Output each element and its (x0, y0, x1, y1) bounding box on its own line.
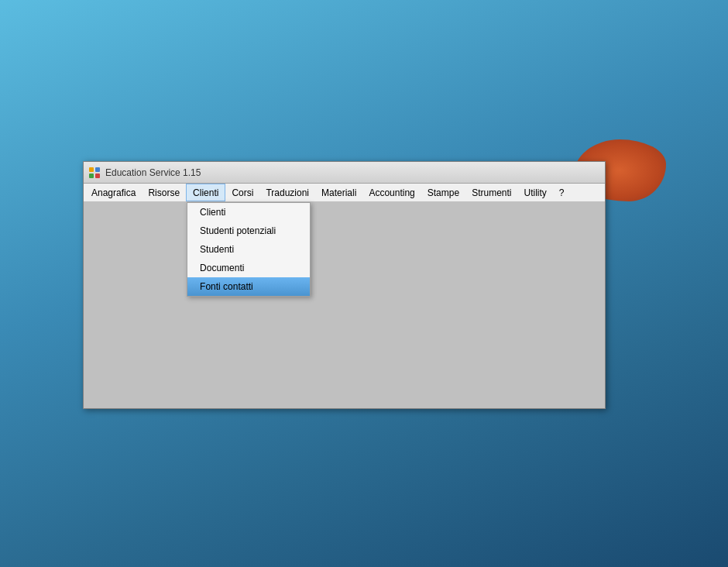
title-bar[interactable]: Education Service 1.15 (84, 162, 605, 184)
dropdown-item-studenti-potenziali[interactable]: Studenti potenziali (187, 222, 310, 240)
menu-item-risorse[interactable]: Risorse (142, 184, 186, 201)
dropdown-item-clienti[interactable]: Clienti (187, 203, 310, 222)
app-window: Education Service 1.15 Anagrafica Risors… (83, 161, 606, 409)
menu-bar: Anagrafica Risorse Clienti Clienti Stude… (84, 184, 605, 202)
window-title: Education Service 1.15 (105, 167, 600, 178)
menu-item-strumenti[interactable]: Strumenti (465, 184, 517, 201)
app-icon (88, 167, 101, 179)
menu-item-help[interactable]: ? (553, 184, 571, 201)
svg-rect-2 (89, 174, 94, 178)
menu-item-materiali[interactable]: Materiali (315, 184, 362, 201)
menu-item-clienti[interactable]: Clienti Clienti Studenti potenziali Stud… (186, 184, 225, 201)
dropdown-item-studenti[interactable]: Studenti (187, 240, 310, 259)
content-area (84, 202, 605, 408)
svg-rect-1 (95, 167, 100, 172)
svg-rect-3 (95, 174, 100, 178)
svg-rect-0 (89, 167, 94, 172)
menu-item-anagrafica[interactable]: Anagrafica (85, 184, 142, 201)
menu-item-accounting[interactable]: Accounting (362, 184, 421, 201)
menu-item-stampe[interactable]: Stampe (421, 184, 465, 201)
dropdown-clienti: Clienti Studenti potenziali Studenti Doc… (187, 202, 311, 297)
menu-item-utility[interactable]: Utility (517, 184, 552, 201)
menu-item-traduzioni[interactable]: Traduzioni (259, 184, 315, 201)
dropdown-item-documenti[interactable]: Documenti (187, 259, 310, 277)
desktop: Education Service 1.15 Anagrafica Risors… (0, 0, 728, 567)
dropdown-item-fonti-contatti[interactable]: Fonti contatti (187, 277, 310, 296)
menu-item-corsi[interactable]: Corsi (225, 184, 259, 201)
